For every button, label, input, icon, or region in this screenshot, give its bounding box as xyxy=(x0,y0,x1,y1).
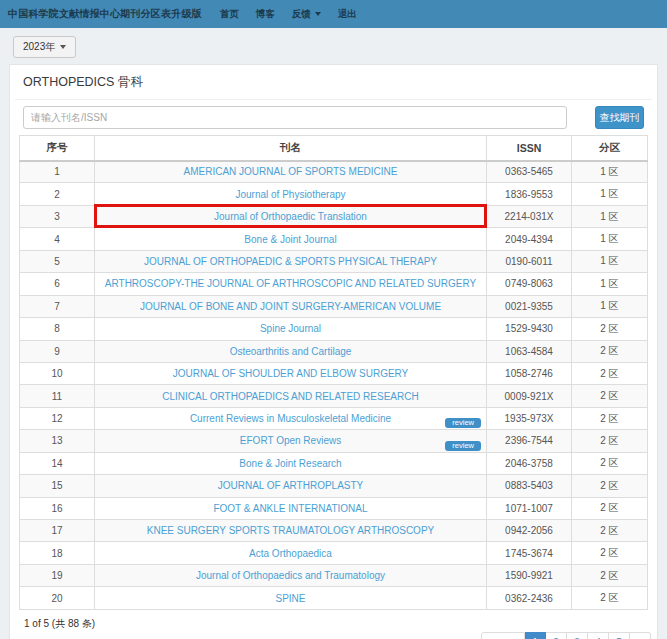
zone-cell: 1 区 xyxy=(572,273,648,295)
row-index: 15 xyxy=(20,475,95,497)
row-index: 17 xyxy=(20,520,95,542)
row-index: 13 xyxy=(20,430,95,452)
column-header-分区: 分区 xyxy=(572,136,648,161)
row-index: 8 xyxy=(20,318,95,340)
journal-name-cell: JOURNAL OF BONE AND JOINT SURGERY-AMERIC… xyxy=(95,295,487,317)
row-index: 4 xyxy=(20,228,95,250)
search-input[interactable] xyxy=(23,106,567,129)
journal-link[interactable]: Spine Journal xyxy=(260,323,321,334)
table-row: 1AMERICAN JOURNAL OF SPORTS MEDICINE0363… xyxy=(20,161,648,183)
site-brand[interactable]: 中国科学院文献情报中心期刊分区表升级版 xyxy=(8,7,202,21)
journal-link[interactable]: Current Reviews in Musculoskeletal Medic… xyxy=(190,413,391,424)
pagination-button-3[interactable]: 3 xyxy=(567,632,588,639)
table-row: 17KNEE SURGERY SPORTS TRAUMATOLOGY ARTHR… xyxy=(20,520,648,542)
pagination-button-»[interactable]: » xyxy=(630,632,651,639)
journal-link[interactable]: JOURNAL OF ARTHROPLASTY xyxy=(218,480,364,491)
issn-cell: 1529-9430 xyxy=(487,318,572,340)
issn-cell: 0021-9355 xyxy=(487,295,572,317)
journal-name-cell: JOURNAL OF SHOULDER AND ELBOW SURGERY xyxy=(95,362,487,384)
table-row: 20SPINE0362-24362 区 xyxy=(20,587,648,609)
zone-cell: 1 区 xyxy=(572,183,648,205)
table-row: 7JOURNAL OF BONE AND JOINT SURGERY-AMERI… xyxy=(20,295,648,317)
category-title: ORTHOPEDICS 骨科 xyxy=(15,65,652,100)
pagination-button-4[interactable]: 4 xyxy=(588,632,609,639)
row-index: 1 xyxy=(20,161,95,183)
journal-link[interactable]: ARTHROSCOPY-THE JOURNAL OF ARTHROSCOPIC … xyxy=(105,278,476,289)
row-index: 7 xyxy=(20,295,95,317)
journal-link[interactable]: JOURNAL OF ORTHOPAEDIC & SPORTS PHYSICAL… xyxy=(144,256,437,267)
nav-item-首页[interactable]: 首页 xyxy=(220,8,239,21)
zone-cell: 2 区 xyxy=(572,497,648,519)
issn-cell: 2049-4394 xyxy=(487,228,572,250)
journal-name-cell: Acta Orthopaedica xyxy=(95,542,487,564)
row-index: 3 xyxy=(20,205,95,227)
zone-cell: 1 区 xyxy=(572,295,648,317)
journal-name-cell: Spine Journal xyxy=(95,318,487,340)
journal-link[interactable]: CLINICAL ORTHOPAEDICS AND RELATED RESEAR… xyxy=(162,391,418,402)
review-badge: review xyxy=(445,418,481,428)
journal-link[interactable]: JOURNAL OF SHOULDER AND ELBOW SURGERY xyxy=(173,368,409,379)
pagination-button-2[interactable]: 2 xyxy=(546,632,567,639)
year-selector-bar: 2023年 xyxy=(0,28,667,64)
journal-name-cell: Journal of Orthopaedic Translation xyxy=(95,205,487,227)
table-row: 5JOURNAL OF ORTHOPAEDIC & SPORTS PHYSICA… xyxy=(20,250,648,272)
table-row: 2Journal of Physiotherapy1836-95531 区 xyxy=(20,183,648,205)
nav-item-反馈[interactable]: 反馈 xyxy=(292,8,321,21)
row-index: 5 xyxy=(20,250,95,272)
journal-link[interactable]: JOURNAL OF BONE AND JOINT SURGERY-AMERIC… xyxy=(140,301,441,312)
zone-cell: 2 区 xyxy=(572,542,648,564)
issn-cell: 1745-3674 xyxy=(487,542,572,564)
journal-table-body: 1AMERICAN JOURNAL OF SPORTS MEDICINE0363… xyxy=(20,161,648,610)
nav-item-博客[interactable]: 博客 xyxy=(256,8,275,21)
journal-link[interactable]: EFORT Open Reviews xyxy=(240,435,341,446)
journal-name-cell: Bone & Joint Journal xyxy=(95,228,487,250)
row-index: 16 xyxy=(20,497,95,519)
zone-cell: 1 区 xyxy=(572,250,648,272)
pagination-button-5[interactable]: 5 xyxy=(609,632,630,639)
issn-cell: 0942-2056 xyxy=(487,520,572,542)
caret-down-icon xyxy=(60,45,66,49)
journal-link[interactable]: SPINE xyxy=(275,593,305,604)
issn-cell: 1836-9553 xyxy=(487,183,572,205)
journal-link[interactable]: Journal of Orthopaedics and Traumatology xyxy=(196,570,385,581)
pagination-button-«[interactable]: « xyxy=(481,632,525,639)
column-header-刊名: 刊名 xyxy=(95,136,487,161)
caret-down-icon xyxy=(315,12,321,16)
journal-link[interactable]: Journal of Physiotherapy xyxy=(235,189,345,200)
issn-cell: 0749-8063 xyxy=(487,273,572,295)
table-row: 12Current Reviews in Musculoskeletal Med… xyxy=(20,407,648,429)
row-index: 6 xyxy=(20,273,95,295)
journal-link[interactable]: FOOT & ANKLE INTERNATIONAL xyxy=(213,503,367,514)
review-badge: review xyxy=(445,441,481,451)
journal-name-cell: CLINICAL ORTHOPAEDICS AND RELATED RESEAR… xyxy=(95,385,487,407)
nav-item-退出[interactable]: 退出 xyxy=(338,8,357,21)
journal-link[interactable]: Bone & Joint Research xyxy=(239,458,341,469)
year-dropdown-button[interactable]: 2023年 xyxy=(13,36,76,58)
table-row: 13EFORT Open Reviewsreview2396-75442 区 xyxy=(20,430,648,452)
journal-link[interactable]: Journal of Orthopaedic Translation xyxy=(214,211,367,222)
journal-link[interactable]: KNEE SURGERY SPORTS TRAUMATOLOGY ARTHROS… xyxy=(147,525,435,536)
row-index: 9 xyxy=(20,340,95,362)
journal-name-cell: JOURNAL OF ARTHROPLASTY xyxy=(95,475,487,497)
journal-name-cell: ARTHROSCOPY-THE JOURNAL OF ARTHROSCOPIC … xyxy=(95,273,487,295)
journal-link[interactable]: Acta Orthopaedica xyxy=(249,548,332,559)
issn-cell: 0883-5403 xyxy=(487,475,572,497)
pagination-button-1[interactable]: 1 xyxy=(525,632,546,639)
table-row: 3Journal of Orthopaedic Translation2214-… xyxy=(20,205,648,227)
journal-link[interactable]: AMERICAN JOURNAL OF SPORTS MEDICINE xyxy=(184,166,398,177)
zone-cell: 2 区 xyxy=(572,520,648,542)
journal-name-cell: SPINE xyxy=(95,587,487,609)
table-row: 11CLINICAL ORTHOPAEDICS AND RELATED RESE… xyxy=(20,385,648,407)
table-row: 9Osteoarthritis and Cartilage1063-45842 … xyxy=(20,340,648,362)
journal-name-cell: Current Reviews in Musculoskeletal Medic… xyxy=(95,407,487,429)
search-journal-button[interactable]: 查找期刊 xyxy=(595,106,644,129)
row-index: 19 xyxy=(20,564,95,586)
issn-cell: 1071-1007 xyxy=(487,497,572,519)
journal-name-cell: FOOT & ANKLE INTERNATIONAL xyxy=(95,497,487,519)
journal-link[interactable]: Bone & Joint Journal xyxy=(244,234,336,245)
row-index: 12 xyxy=(20,407,95,429)
journal-link[interactable]: Osteoarthritis and Cartilage xyxy=(230,346,352,357)
row-index: 20 xyxy=(20,587,95,609)
zone-cell: 1 区 xyxy=(572,161,648,183)
journal-name-cell: Osteoarthritis and Cartilage xyxy=(95,340,487,362)
